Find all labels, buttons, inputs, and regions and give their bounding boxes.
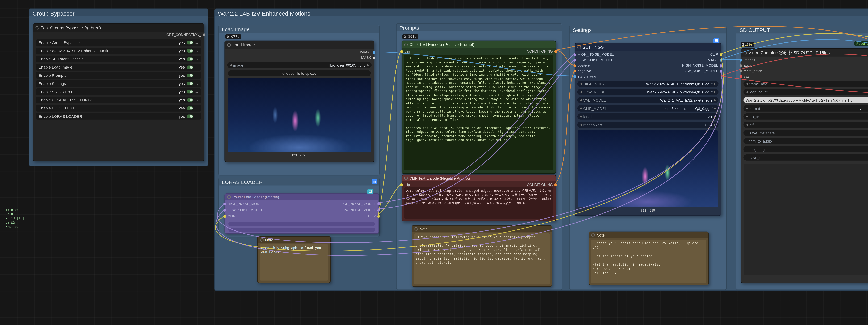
widget-row[interactable]: ◀ pingpong false ▶ bbox=[743, 146, 868, 153]
decrement-arrow[interactable]: ◀ bbox=[746, 90, 748, 94]
lora-slot[interactable] bbox=[228, 228, 375, 232]
node-title-bar[interactable]: Power Lora Loader (rgthree) bbox=[225, 194, 379, 200]
input-port[interactable] bbox=[223, 215, 226, 218]
node-title-bar[interactable]: Note bbox=[589, 232, 708, 238]
output-port[interactable] bbox=[377, 215, 380, 218]
decrement-arrow[interactable]: ◀ bbox=[580, 115, 582, 118]
decrement-arrow[interactable]: ◀ bbox=[746, 123, 748, 126]
group-toggle-row[interactable]: Enable Prompts yes → bbox=[36, 72, 201, 79]
decrement-arrow[interactable]: ◀ bbox=[746, 115, 748, 118]
note-node-loras[interactable]: Note Open this Subgraph to load your own… bbox=[257, 236, 331, 283]
collapse-dot[interactable] bbox=[743, 51, 747, 54]
prompt-textarea[interactable]: futuristic fashion runway show in a slee… bbox=[404, 55, 553, 170]
decrement-arrow[interactable]: ◀ bbox=[746, 82, 748, 85]
toggle-switch[interactable] bbox=[187, 41, 193, 44]
node-title-bar[interactable]: Note bbox=[258, 236, 330, 243]
output-port[interactable] bbox=[554, 183, 557, 186]
input-port[interactable] bbox=[740, 64, 742, 67]
widget-row[interactable]: ◀ LOW_NOISE Wan2.2-I2V-A14B-LowNoise-Q8_… bbox=[578, 89, 718, 95]
collapse-dot[interactable] bbox=[591, 233, 595, 237]
widget-row[interactable]: ◀ VAE_MODEL Wan2_1_VAE_fp32.safetensors … bbox=[578, 97, 718, 103]
goto-group-arrow[interactable]: → bbox=[195, 73, 198, 77]
collapse-dot[interactable] bbox=[578, 45, 581, 49]
decrement-arrow[interactable]: ◀ bbox=[580, 107, 582, 110]
goto-group-arrow[interactable]: → bbox=[195, 41, 198, 44]
output-port[interactable] bbox=[720, 64, 722, 67]
note-text[interactable]: Always append the following text after y… bbox=[414, 233, 550, 285]
widget-row[interactable]: ◀ length 81 ▶ bbox=[578, 113, 718, 120]
collapse-dot[interactable] bbox=[414, 227, 418, 230]
node-load-image[interactable]: Load Image IMAGE MASK ◀ image flux_krea_… bbox=[224, 40, 374, 162]
group-title[interactable]: LORAS LOADER bbox=[222, 179, 263, 185]
group-badge-icon[interactable]: ▤ bbox=[372, 179, 377, 184]
group-toggle-row[interactable]: Enable 5B Latent Upscale yes → bbox=[36, 56, 201, 62]
output-port[interactable] bbox=[720, 69, 722, 72]
prompt-textarea[interactable]: watercolor, oil painting style, smudged … bbox=[404, 188, 553, 219]
widget-row[interactable]: ◀ save_output true ▶ bbox=[743, 154, 868, 161]
output-port[interactable] bbox=[203, 33, 206, 36]
goto-group-arrow[interactable]: → bbox=[195, 82, 198, 86]
widget-row[interactable]: ◀ pix_fmt yuv420p ▶ bbox=[743, 113, 868, 120]
goto-group-arrow[interactable]: → bbox=[195, 90, 198, 94]
widget-row[interactable]: ◀ crf 19 ▶ bbox=[743, 122, 868, 128]
decrement-arrow[interactable]: ◀ bbox=[580, 90, 582, 94]
goto-group-arrow[interactable]: → bbox=[195, 98, 198, 102]
group-toggle-row[interactable]: Enable LORAS LOADER yes → bbox=[36, 113, 201, 120]
node-badge-icon[interactable]: ▤ bbox=[367, 189, 373, 194]
collapse-dot[interactable] bbox=[227, 43, 231, 46]
input-port[interactable] bbox=[400, 50, 403, 53]
node-title-bar[interactable]: CLIP Text Encode (Negative Prompt) bbox=[402, 175, 556, 181]
collapse-dot[interactable] bbox=[35, 26, 39, 29]
input-port[interactable] bbox=[574, 59, 576, 61]
widget-row[interactable]: ◀ megapixels 0.21 ▶ bbox=[578, 122, 718, 128]
input-port[interactable] bbox=[223, 51, 226, 54]
input-port[interactable] bbox=[223, 208, 226, 212]
goto-group-arrow[interactable]: → bbox=[195, 57, 198, 61]
output-port[interactable] bbox=[377, 202, 380, 205]
widget-row[interactable]: ◀ format video/h264-mp4 ▶ bbox=[743, 105, 868, 111]
toggle-switch[interactable] bbox=[187, 65, 193, 69]
decrement-arrow[interactable]: ◀ bbox=[580, 123, 582, 126]
note-node-prompts[interactable]: Note Always append the following text af… bbox=[412, 225, 552, 287]
input-port[interactable] bbox=[574, 69, 576, 72]
output-port[interactable] bbox=[720, 53, 722, 56]
node-graph-canvas[interactable]: Group Bypasser Wan2.2 14B I2V Enhanced M… bbox=[0, 0, 868, 325]
lora-slot[interactable] bbox=[228, 222, 375, 226]
group-header[interactable] bbox=[215, 9, 868, 17]
collapse-dot[interactable] bbox=[404, 176, 408, 180]
increment-arrow[interactable]: ▶ bbox=[714, 82, 716, 85]
image-preview[interactable] bbox=[578, 130, 718, 207]
group-title[interactable]: Load Image bbox=[222, 27, 250, 32]
decrement-arrow[interactable]: ◀ bbox=[230, 63, 232, 67]
input-port[interactable] bbox=[740, 75, 742, 78]
widget-row[interactable]: ◀ filename_prefix Wan 2.2\Lightx2v\%date… bbox=[743, 97, 868, 103]
group-toggle-row[interactable]: Enable HD OUTPUT yes → bbox=[36, 105, 201, 111]
output-port[interactable] bbox=[554, 50, 557, 53]
group-title[interactable]: Settings bbox=[573, 27, 592, 33]
goto-group-arrow[interactable]: → bbox=[195, 65, 198, 69]
group-toggle-row[interactable]: Enable SD OUTPUT yes → bbox=[36, 89, 201, 95]
goto-group-arrow[interactable]: → bbox=[195, 106, 198, 110]
group-toggle-row[interactable]: Enable Load Image yes → bbox=[36, 64, 201, 71]
group-toggle-row[interactable]: Enable Settings yes → bbox=[36, 80, 201, 87]
input-port[interactable] bbox=[400, 183, 403, 186]
decrement-arrow[interactable]: ◀ bbox=[746, 107, 748, 110]
widget-row[interactable]: ◀ image flux_krea_00165_.png ▶ bbox=[227, 62, 372, 68]
toggle-switch[interactable] bbox=[187, 98, 193, 102]
node-title-bar[interactable]: Note bbox=[412, 226, 552, 232]
toggle-switch[interactable] bbox=[187, 106, 193, 110]
decrement-arrow[interactable]: ◀ bbox=[580, 82, 582, 85]
node-badge-icon[interactable]: ▤ bbox=[713, 38, 719, 43]
increment-arrow[interactable]: ▶ bbox=[714, 115, 716, 118]
image-preview[interactable] bbox=[228, 78, 371, 152]
node-title-bar[interactable]: Load Image bbox=[225, 41, 374, 49]
widget-row[interactable]: ◀ HIGH_NOISE Wan2.2-I2V-A14B-HighNoise-Q… bbox=[578, 80, 718, 87]
note-text[interactable]: Open this Subgraph to load your own Lora… bbox=[260, 245, 328, 281]
node-fast-groups-bypasser[interactable]: Fast Groups Bypasser (rgthree) OPT_CONNE… bbox=[33, 24, 204, 161]
decrement-arrow[interactable]: ◀ bbox=[580, 98, 582, 102]
output-port[interactable] bbox=[373, 56, 375, 59]
toggle-switch[interactable] bbox=[187, 90, 193, 94]
input-port[interactable] bbox=[223, 202, 226, 205]
toggle-switch[interactable] bbox=[187, 115, 193, 118]
video-preview[interactable] bbox=[744, 164, 868, 275]
